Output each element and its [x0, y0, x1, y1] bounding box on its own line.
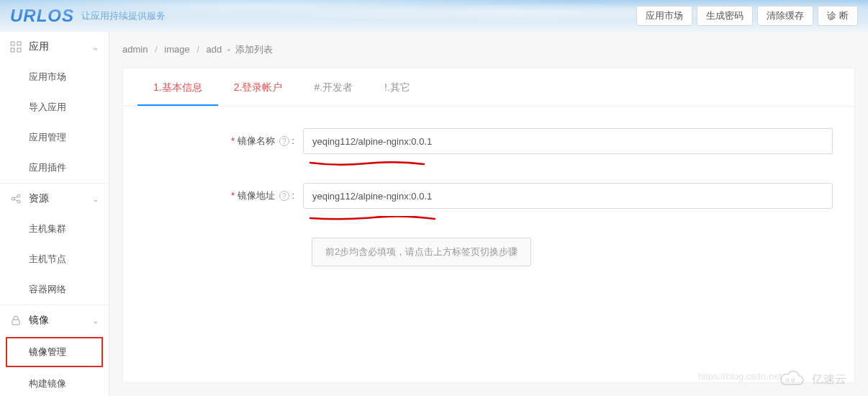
sidebar-item-network[interactable]: 容器网络 [0, 274, 109, 305]
sidebar-item-buildimage[interactable]: 构建镜像 [0, 369, 109, 396]
help-icon[interactable]: ? [279, 191, 289, 201]
help-icon[interactable]: ? [279, 136, 289, 146]
tab-basic[interactable]: 1.基本信息 [137, 68, 218, 106]
svg-line-7 [14, 197, 17, 198]
svg-line-8 [14, 199, 17, 201]
input-image-name[interactable] [303, 128, 833, 154]
sidebar-group-title-apps[interactable]: 应用 ⌃ [0, 32, 109, 62]
content-panel: 1.基本信息 2.登录帐户 #.开发者 !.其它 *镜像名称 ? : [122, 68, 855, 383]
sidebar-group-title-resources[interactable]: 资源 ⌃ [0, 184, 109, 214]
watermark-url: https://blog.csdn.net [698, 371, 782, 382]
tab-developer[interactable]: #.开发者 [298, 68, 369, 106]
breadcrumb-suffix: 添加列表 [235, 44, 273, 55]
sidebar-group-label: 资源 [29, 192, 49, 205]
chevron-up-icon: ⌃ [93, 43, 99, 51]
share-icon [10, 193, 22, 204]
header-btn-genpass[interactable]: 生成密码 [697, 6, 753, 26]
form-row-image-url: *镜像地址 ? : [145, 183, 833, 209]
sidebar-item-plugin[interactable]: 应用插件 [0, 153, 109, 183]
breadcrumb: admin / image / add - 添加列表 [109, 32, 868, 68]
label-image-name: *镜像名称 ? : [145, 135, 303, 148]
breadcrumb-part[interactable]: image [164, 44, 189, 55]
app-header: URLOS 让应用持续提供服务 应用市场 生成密码 清除缓存 诊 断 [0, 0, 868, 32]
hint-button[interactable]: 前2步均含必填项，请点击上方标签页切换步骤 [312, 238, 531, 266]
grid-icon [10, 41, 22, 53]
svg-rect-9 [12, 320, 19, 325]
annotation-mark [309, 157, 428, 163]
label-image-url: *镜像地址 ? : [145, 189, 303, 202]
tab-other[interactable]: !.其它 [369, 68, 426, 106]
slogan: 让应用持续提供服务 [81, 9, 166, 22]
sidebar-group-resources: 资源 ⌃ 主机集群 主机节点 容器网络 [0, 184, 109, 305]
form-row-image-name: *镜像名称 ? : [145, 128, 833, 154]
svg-point-4 [12, 197, 14, 200]
svg-rect-1 [17, 42, 21, 45]
svg-rect-2 [11, 48, 14, 52]
sidebar-item-import[interactable]: 导入应用 [0, 92, 109, 122]
sidebar-item-market[interactable]: 应用市场 [0, 62, 109, 92]
main-content: admin / image / add - 添加列表 1.基本信息 2.登录帐户… [109, 32, 868, 396]
cloud-icon [777, 370, 806, 389]
breadcrumb-part[interactable]: add [207, 44, 222, 55]
sidebar-item-nodes[interactable]: 主机节点 [0, 244, 109, 274]
input-image-url[interactable] [303, 183, 833, 209]
lock-icon [10, 315, 22, 326]
watermark-text: 亿速云 [812, 372, 846, 387]
sidebar: 应用 ⌃ 应用市场 导入应用 应用管理 应用插件 资源 ⌃ 主机集群 主机节点 … [0, 32, 109, 396]
sidebar-group-title-images[interactable]: 镜像 ⌃ [0, 305, 109, 336]
annotation-mark [309, 212, 438, 217]
sidebar-item-cluster[interactable]: 主机集群 [0, 214, 109, 244]
form: *镜像名称 ? : *镜像地址 ? : [123, 107, 854, 288]
logo: URLOS [10, 6, 74, 26]
svg-point-6 [17, 200, 20, 203]
sidebar-group-label: 应用 [29, 40, 49, 53]
svg-point-10 [786, 379, 789, 382]
chevron-up-icon: ⌃ [93, 317, 99, 325]
sidebar-group-label: 镜像 [29, 314, 49, 327]
tabs: 1.基本信息 2.登录帐户 #.开发者 !.其它 [123, 68, 854, 107]
breadcrumb-part[interactable]: admin [122, 44, 148, 55]
chevron-up-icon: ⌃ [93, 195, 99, 203]
svg-point-5 [17, 194, 20, 197]
svg-rect-0 [11, 42, 14, 45]
sidebar-group-images: 镜像 ⌃ 镜像管理 构建镜像 [0, 305, 109, 396]
svg-rect-3 [17, 48, 21, 52]
tab-login[interactable]: 2.登录帐户 [218, 68, 299, 106]
header-btn-market[interactable]: 应用市场 [636, 6, 692, 26]
sidebar-item-imagemanage[interactable]: 镜像管理 [6, 337, 103, 367]
svg-point-11 [792, 379, 795, 382]
header-btn-diagnose[interactable]: 诊 断 [818, 6, 858, 26]
header-btn-clearcache[interactable]: 清除缓存 [757, 6, 813, 26]
sidebar-group-apps: 应用 ⌃ 应用市场 导入应用 应用管理 应用插件 [0, 32, 109, 184]
sidebar-item-appmanage[interactable]: 应用管理 [0, 122, 109, 153]
watermark: 亿速云 [777, 370, 846, 389]
